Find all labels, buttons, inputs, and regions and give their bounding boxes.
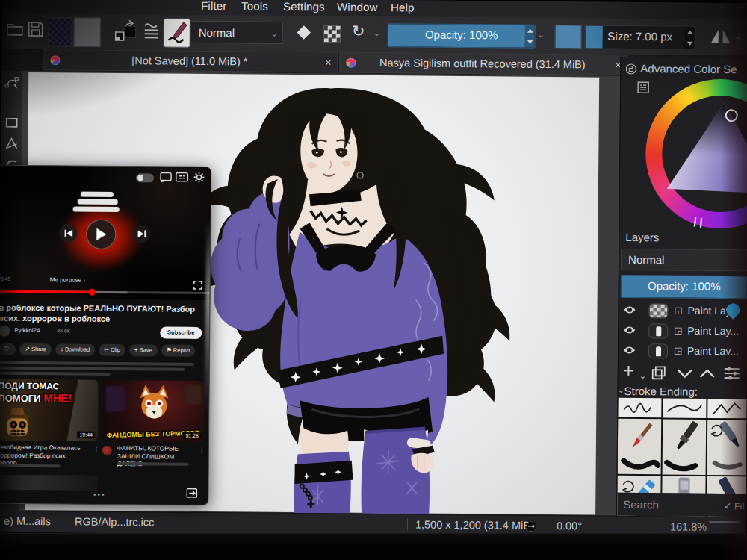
search-input[interactable]: Search [623, 498, 659, 511]
size-slider[interactable]: Size: 7.00 px [585, 25, 695, 49]
layer-thumbnail[interactable] [648, 343, 668, 358]
rotation-icon[interactable] [525, 520, 537, 532]
brush-preset[interactable] [618, 398, 661, 418]
suggested-thumbnail[interactable]: ПОДИ ТОМАС ПОМОГИ МНЕ! 19:44 [0, 379, 99, 441]
chevron-down-icon[interactable]: ⌄ [374, 28, 380, 38]
close-icon[interactable]: × [319, 56, 337, 68]
save-button[interactable]: +Save [129, 344, 158, 356]
next-video-button[interactable] [132, 225, 150, 243]
alpha-inherit-icon[interactable]: ◲ [674, 346, 682, 356]
gradient-swatch[interactable] [49, 17, 72, 46]
visibility-eye-icon[interactable] [623, 325, 636, 335]
brush-preset[interactable] [663, 398, 706, 418]
color-wheel[interactable] [645, 78, 747, 229]
fg-bg-colors[interactable] [113, 19, 140, 46]
play-button[interactable] [86, 220, 116, 249]
cast-icon[interactable] [160, 172, 172, 183]
chapter-label[interactable]: Me purpose › [50, 276, 85, 283]
reload-preset-icon[interactable]: ↻ [352, 22, 365, 40]
clip-button[interactable]: ✂Clip [99, 344, 125, 356]
zoom-slider[interactable] [709, 521, 740, 523]
youtube-window[interactable]: 26:49 Me purpose › в роблоксе которые РЕ… [0, 165, 211, 506]
brush-settings-icon[interactable] [143, 22, 161, 41]
eraser-icon[interactable] [295, 24, 313, 42]
size-spinner[interactable] [685, 27, 695, 49]
menu-filter[interactable]: Filter [201, 0, 227, 12]
brush-preset[interactable] [618, 419, 662, 475]
video-title[interactable]: в роблоксе которые РЕАЛЬНО ПУГАЮТ! Разбо… [0, 302, 204, 326]
gear-icon[interactable] [193, 172, 205, 183]
layer-thumbnail[interactable] [648, 323, 668, 338]
progress-bar[interactable] [0, 290, 210, 295]
menu-settings[interactable]: Settings [283, 0, 325, 13]
brush-preset[interactable] [663, 419, 707, 475]
exit-miniplayer-icon[interactable] [186, 488, 197, 498]
report-button[interactable]: ⚑Report [161, 345, 196, 357]
chevron-down-icon[interactable]: ⌄ [736, 31, 743, 41]
move-layer-up-button[interactable] [699, 369, 716, 379]
visibility-eye-icon[interactable] [623, 305, 636, 315]
blend-mode-dropdown[interactable]: Normal⌄ [190, 21, 283, 44]
subscribe-button[interactable]: Subscribe [160, 327, 202, 339]
opacity-spinner[interactable] [525, 25, 535, 48]
layer-properties-button[interactable] [723, 366, 741, 381]
youtube-player[interactable]: 26:49 Me purpose › [0, 166, 211, 301]
pattern-swatch[interactable] [74, 17, 101, 46]
visibility-eye-icon[interactable] [623, 345, 636, 355]
more-videos-dots[interactable]: ••• [0, 490, 208, 500]
brush-color-swatch[interactable] [555, 25, 582, 49]
bezier-select-tool-icon[interactable] [4, 75, 19, 90]
layer-opacity-slider[interactable]: Opacity: 100% [621, 275, 747, 299]
brush-editor-chip[interactable] [164, 19, 190, 48]
captions-icon[interactable] [176, 172, 188, 182]
tab-nasya-sigilism[interactable]: Nasya Sigilism outfit Recovered (31.4 Mi… [339, 52, 627, 75]
previous-video-button[interactable] [59, 224, 77, 242]
kebab-menu-icon[interactable]: ⋮ [199, 447, 205, 454]
status-rotation[interactable]: 0.00° [557, 520, 582, 532]
status-zoom[interactable]: 161.8% [670, 520, 707, 532]
video-actions: ♡ ↗Share ↓Download ✂Clip +Save ⚑Report [0, 343, 206, 358]
progress-handle[interactable] [89, 289, 96, 296]
mirror-view-icon[interactable] [709, 27, 733, 46]
lock-icon[interactable] [625, 63, 636, 75]
menu-help[interactable]: Help [391, 1, 415, 13]
rectangle-tool-icon[interactable] [4, 116, 19, 131]
open-file-icon[interactable] [6, 20, 24, 38]
layer-row[interactable]: ◲ Paint Lay... [619, 321, 747, 342]
scroll-left-icon[interactable]: ◂ [619, 388, 623, 395]
menu-tools[interactable]: Tools [241, 0, 268, 13]
status-color-profile[interactable]: RGB/Alp...trc.icc [75, 516, 154, 529]
menu-window[interactable]: Window [337, 1, 378, 13]
duplicate-layer-button[interactable] [651, 365, 666, 380]
fullscreen-icon[interactable] [193, 281, 202, 290]
tab-not-saved[interactable]: [Not Saved] (11.0 MiB) * × [43, 49, 338, 72]
channel-avatar[interactable] [0, 326, 10, 337]
brush-preset[interactable] [707, 420, 747, 476]
suggested-channel-avatar[interactable] [102, 446, 112, 455]
kebab-menu-icon[interactable]: ⋮ [93, 446, 100, 453]
chevron-down-icon[interactable]: ⌄ [639, 371, 646, 381]
suggested-thumbnail[interactable]: ФАНДОМЫ БЕЗ ТОРМОЗОВ 51:28 [102, 380, 205, 442]
move-layer-down-button[interactable] [677, 369, 693, 379]
chevron-down-icon[interactable]: ⌄ [538, 30, 545, 40]
preserve-alpha-icon[interactable] [323, 25, 341, 43]
save-icon[interactable] [27, 20, 45, 38]
share-button[interactable]: ↗Share [19, 343, 52, 355]
polygon-tool-icon[interactable] [4, 137, 19, 152]
layer-thumbnail[interactable] [648, 303, 668, 318]
add-layer-button[interactable]: + [623, 359, 634, 382]
layer-row[interactable]: ◲ Paint Lay... [619, 301, 747, 322]
layer-row[interactable]: ◲ Paint Lav... [619, 341, 747, 362]
selector-settings-icon[interactable] [637, 81, 649, 93]
filter-checkbox[interactable]: ✓ Fil [724, 500, 744, 511]
channel-name[interactable]: Pyikkol24 [14, 327, 40, 334]
download-button[interactable]: ↓Download [55, 343, 95, 355]
like-button[interactable]: ♡ [0, 343, 16, 355]
layer-blend-dropdown[interactable]: Normal [621, 249, 747, 271]
suggested-videos: ПОДИ ТОМАС ПОМОГИ МНЕ! 19:44 ФАНДОМЫ Б [0, 379, 205, 442]
alpha-inherit-icon[interactable]: ◲ [674, 326, 682, 336]
alpha-inherit-icon[interactable]: ◲ [674, 305, 682, 316]
brush-preset[interactable] [707, 399, 747, 419]
autoplay-toggle[interactable] [136, 173, 154, 182]
opacity-slider[interactable]: Opacity: 100% [388, 23, 536, 49]
